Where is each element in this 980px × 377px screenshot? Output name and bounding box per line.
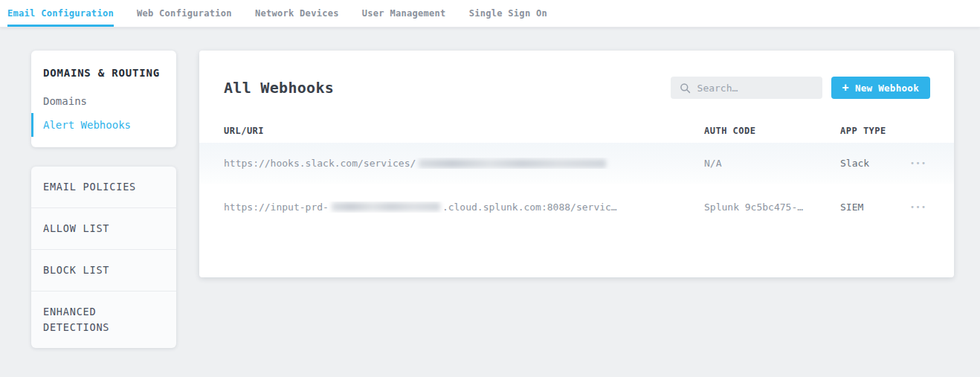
sidebar: DOMAINS & ROUTING Domains Alert Webhooks…: [31, 51, 176, 348]
auth-code-cell: N/A: [704, 158, 840, 169]
top-nav: Email Configuration Web Configuration Ne…: [0, 0, 980, 28]
tab-user-management[interactable]: User Management: [362, 0, 446, 27]
sidebar-item-alert-webhooks[interactable]: Alert Webhooks: [31, 113, 176, 137]
url-text: https://input-prd-: [224, 202, 329, 213]
domains-routing-card: DOMAINS & ROUTING Domains Alert Webhooks: [31, 51, 176, 147]
tab-email-configuration[interactable]: Email Configuration: [7, 0, 114, 27]
sidebar-section-title: DOMAINS & ROUTING: [43, 67, 164, 79]
row-menu-button[interactable]: •••: [907, 159, 936, 167]
search-icon: [680, 83, 691, 94]
tab-single-sign-on[interactable]: Single Sign On: [469, 0, 547, 27]
search-box[interactable]: [671, 77, 822, 99]
plus-icon: +: [842, 83, 849, 94]
sidebar-item-enhanced-detections[interactable]: ENHANCED DETECTIONS: [31, 291, 176, 348]
sidebar-item-email-policies[interactable]: EMAIL POLICIES: [31, 167, 176, 207]
sidebar-item-domains[interactable]: Domains: [31, 89, 176, 113]
sidebar-sections-card: EMAIL POLICIES ALLOW LIST BLOCK LIST ENH…: [31, 167, 176, 348]
url-cell: https://input-prd-.cloud.splunk.com:8088…: [224, 202, 704, 213]
tab-network-devices[interactable]: Network Devices: [255, 0, 339, 27]
auth-code-cell: Splunk 9c5bc475-…: [704, 202, 840, 213]
page-title: All Webhooks: [224, 79, 334, 97]
table-header: URL/URI AUTH CODE APP TYPE: [199, 119, 954, 143]
column-header-auth-code: AUTH CODE: [704, 126, 840, 136]
redacted-text: [419, 159, 606, 168]
content-area: DOMAINS & ROUTING Domains Alert Webhooks…: [0, 28, 980, 348]
tab-web-configuration[interactable]: Web Configuration: [137, 0, 232, 27]
url-cell: https://hooks.slack.com/services/: [224, 158, 704, 169]
url-text: https://hooks.slack.com/services/: [224, 158, 416, 169]
app-type-cell: Slack: [840, 158, 907, 169]
table-row: https://hooks.slack.com/services/ N/A Sl…: [199, 143, 954, 184]
redacted-text: [332, 202, 440, 211]
app-type-cell: SIEM: [840, 202, 907, 213]
sidebar-item-allow-list[interactable]: ALLOW LIST: [31, 207, 176, 249]
sidebar-item-block-list[interactable]: BLOCK LIST: [31, 249, 176, 291]
new-webhook-label: New Webhook: [855, 83, 919, 94]
new-webhook-button[interactable]: + New Webhook: [831, 77, 930, 99]
row-menu-button[interactable]: •••: [907, 203, 936, 211]
card-header: All Webhooks + New Webhook: [199, 51, 954, 99]
webhooks-card: All Webhooks + New Webhook URL/URI AUTH …: [199, 51, 954, 277]
column-header-app-type: APP TYPE: [840, 126, 907, 136]
column-header-url-uri: URL/URI: [224, 126, 704, 136]
table-row: https://input-prd-.cloud.splunk.com:8088…: [199, 184, 954, 230]
search-input[interactable]: [697, 83, 813, 94]
url-text-suffix: .cloud.splunk.com:8088/servic…: [442, 202, 617, 213]
